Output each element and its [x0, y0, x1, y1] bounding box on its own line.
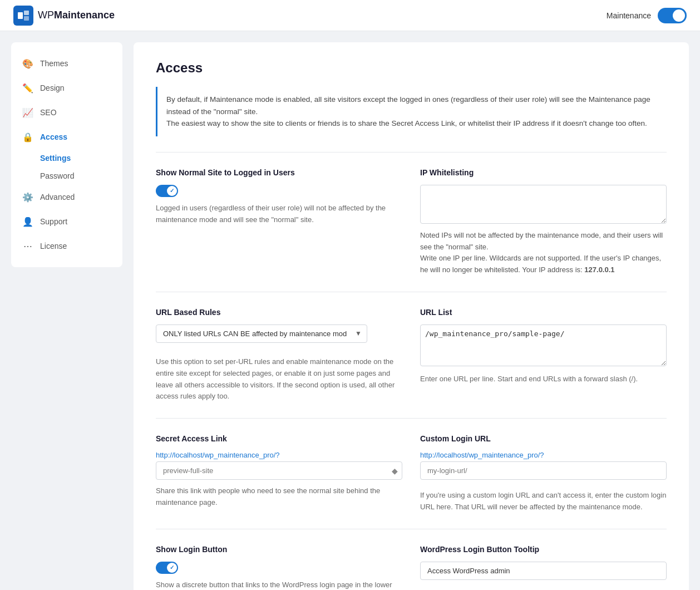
- design-icon: ✏️: [22, 82, 33, 94]
- info-line-1: By default, if Maintenance mode is enabl…: [166, 94, 658, 117]
- col-ip-whitelisting: IP Whitelisting Noted IPs will not be af…: [420, 168, 667, 276]
- secret-link-label: Secret Access Link: [156, 434, 402, 443]
- section-logged-in: Show Normal Site to Logged in Users Logg…: [156, 152, 667, 292]
- info-block: By default, if Maintenance mode is enabl…: [156, 87, 667, 136]
- col-url-rules: URL Based Rules ONLY listed URLs CAN BE …: [156, 308, 402, 402]
- logged-in-desc: Logged in users (regardless of their use…: [156, 203, 402, 226]
- ip-note: Noted IPs will not be affected by the ma…: [420, 230, 667, 276]
- sidebar-label-advanced: Advanced: [40, 193, 75, 201]
- sidebar-label-support: Support: [40, 217, 67, 226]
- wp-login-tooltip-label: WordPress Login Button Tooltip: [420, 545, 667, 554]
- url-rules-label: URL Based Rules: [156, 308, 402, 317]
- info-line-2: The easiest way to show the site to clie…: [166, 117, 658, 130]
- header-right: Maintenance: [607, 8, 687, 23]
- svg-rect-0: [18, 12, 23, 19]
- sidebar-item-license[interactable]: ⋯ License: [11, 234, 122, 258]
- url-list-hint: Enter one URL per line. Start and end UR…: [420, 373, 667, 385]
- secret-link-desc: Share this link with people who need to …: [156, 485, 402, 509]
- col-show-login-btn: Show Login Button Show a discrete button…: [156, 545, 402, 590]
- col-secret-link: Secret Access Link http://localhost/wp_m…: [156, 434, 402, 513]
- sidebar-item-advanced[interactable]: ⚙️ Advanced: [11, 185, 122, 209]
- secret-link-input-wrap: ◆: [156, 461, 402, 480]
- toggle-knob: [673, 9, 685, 22]
- logo: WPMaintenance: [13, 6, 115, 26]
- sidebar-sub-settings[interactable]: Settings: [40, 149, 122, 167]
- show-login-btn-toggle-row: [156, 562, 402, 574]
- section-url-rules: URL Based Rules ONLY listed URLs CAN BE …: [156, 292, 667, 418]
- ip-label: IP Whitelisting: [420, 168, 667, 177]
- sidebar-label-access: Access: [40, 132, 67, 141]
- sidebar: 🎨 Themes ✏️ Design 📈 SEO 🔒 Access Settin…: [11, 42, 122, 267]
- show-login-btn-knob: [167, 563, 177, 573]
- url-rules-select[interactable]: ONLY listed URLs CAN BE affected by main…: [156, 324, 367, 343]
- logged-in-label: Show Normal Site to Logged in Users: [156, 168, 402, 177]
- support-icon: 👤: [22, 216, 33, 227]
- col-url-list: URL List /wp_maintenance_pro/sample-page…: [420, 308, 667, 402]
- sidebar-sub-password[interactable]: Password: [40, 167, 122, 185]
- section-login-button: Show Login Button Show a discrete button…: [156, 529, 667, 590]
- col-logged-in: Show Normal Site to Logged in Users Logg…: [156, 168, 402, 276]
- custom-login-prefix-row: http://localhost/wp_maintenance_pro/?: [420, 451, 667, 484]
- logo-icon: [13, 6, 33, 26]
- page-title: Access: [156, 60, 667, 76]
- secret-link-prefix: http://localhost/wp_maintenance_pro/?: [156, 451, 402, 459]
- show-login-btn-desc: Show a discrete button that links to the…: [156, 579, 402, 590]
- sidebar-item-support[interactable]: 👤 Support: [11, 209, 122, 234]
- secret-link-input[interactable]: [156, 461, 402, 480]
- custom-login-label: Custom Login URL: [420, 434, 667, 443]
- sidebar-sub-menu: Settings Password: [11, 149, 122, 185]
- custom-login-input[interactable]: [420, 461, 667, 480]
- logged-in-toggle-knob: [167, 186, 177, 196]
- advanced-icon: ⚙️: [22, 191, 33, 203]
- sidebar-item-seo[interactable]: 📈 SEO: [11, 100, 122, 125]
- show-login-btn-toggle[interactable]: [156, 562, 178, 574]
- copy-secret-link-button[interactable]: ◆: [392, 466, 398, 475]
- maintenance-label: Maintenance: [607, 11, 651, 20]
- url-list-textarea[interactable]: /wp_maintenance_pro/sample-page/: [420, 324, 667, 366]
- svg-rect-2: [24, 16, 29, 21]
- url-list-label: URL List: [420, 308, 667, 317]
- logged-in-toggle-row: [156, 185, 402, 197]
- wp-login-tooltip-input[interactable]: [420, 562, 667, 580]
- sidebar-label-themes: Themes: [40, 59, 68, 68]
- maintenance-toggle[interactable]: [658, 8, 687, 23]
- page-wrapper: 🎨 Themes ✏️ Design 📈 SEO 🔒 Access Settin…: [0, 31, 700, 590]
- section-secret-link: Secret Access Link http://localhost/wp_m…: [156, 418, 667, 529]
- secret-link-prefix-row: http://localhost/wp_maintenance_pro/? ◆: [156, 451, 402, 480]
- show-login-btn-label: Show Login Button: [156, 545, 402, 554]
- col-custom-login: Custom Login URL http://localhost/wp_mai…: [420, 434, 667, 513]
- ip-textarea[interactable]: [420, 185, 667, 224]
- sidebar-item-themes[interactable]: 🎨 Themes: [11, 51, 122, 76]
- main-content: Access By default, if Maintenance mode i…: [134, 42, 689, 590]
- header: WPMaintenance Maintenance: [0, 0, 700, 31]
- url-rules-desc: Use this option to set per-URL rules and…: [156, 356, 402, 402]
- sidebar-label-license: License: [40, 242, 67, 250]
- col-wp-login-tooltip: WordPress Login Button Tooltip Text for …: [420, 545, 667, 590]
- access-icon: 🔒: [22, 131, 33, 142]
- custom-login-prefix: http://localhost/wp_maintenance_pro/?: [420, 451, 667, 459]
- themes-icon: 🎨: [22, 58, 33, 69]
- sidebar-item-access[interactable]: 🔒 Access: [11, 125, 122, 149]
- seo-icon: 📈: [22, 107, 33, 118]
- sidebar-item-design[interactable]: ✏️ Design: [11, 76, 122, 100]
- logged-in-toggle[interactable]: [156, 185, 178, 197]
- sidebar-label-design: Design: [40, 83, 65, 92]
- sidebar-label-seo: SEO: [40, 108, 57, 117]
- license-icon: ⋯: [22, 240, 33, 252]
- url-rules-select-wrap: ONLY listed URLs CAN BE affected by main…: [156, 324, 367, 343]
- custom-login-desc: If you're using a custom login URL and c…: [420, 490, 667, 513]
- logo-text: WPMaintenance: [38, 9, 115, 21]
- svg-rect-1: [24, 11, 29, 15]
